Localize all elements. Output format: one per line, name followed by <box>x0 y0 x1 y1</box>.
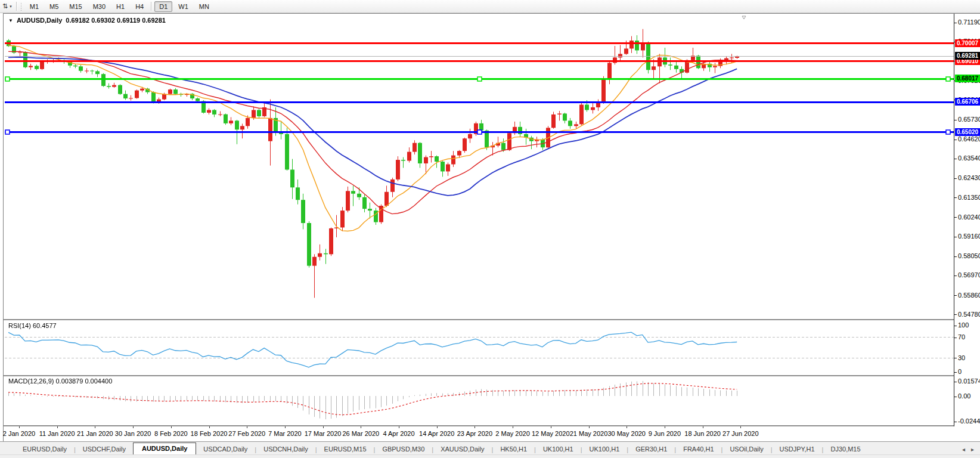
price-tick-mark <box>954 159 957 159</box>
date-label: 30 May 2020 <box>607 430 646 437</box>
toolbar-separator <box>151 2 152 11</box>
macd-label: MACD(12,26,9) 0.003879 0.004400 <box>8 377 112 385</box>
chart-tab-fra40-h1[interactable]: FRA40,H1 <box>676 444 721 455</box>
date-tick-mark <box>95 426 95 428</box>
chart-tab-usdjpy-h1[interactable]: USDJPY,H1 <box>773 444 822 455</box>
date-tick-mark <box>589 426 590 428</box>
price-tick-mark <box>954 237 957 237</box>
date-label: 21 Jan 2020 <box>77 430 113 437</box>
price-tick-label: 0.65730 <box>954 116 980 123</box>
price-tick-mark <box>954 197 957 198</box>
date-tick-mark <box>361 426 361 428</box>
date-label: 18 Jun 2020 <box>684 430 721 437</box>
indicator-axis-label: 0 <box>954 368 962 375</box>
tf-button-M30[interactable]: M30 <box>88 1 110 12</box>
tf-button-H4[interactable]: H4 <box>131 1 148 12</box>
chart-tab-audusd-daily[interactable]: AUDUSD,Daily <box>133 442 196 456</box>
chart-tab-dj30-m15[interactable]: DJ30,M15 <box>823 444 867 455</box>
chart-tab-usdchf-daily[interactable]: USDCHF,Daily <box>76 444 133 455</box>
chart-tab-uk100-h1[interactable]: UK100,H1 <box>582 444 627 455</box>
tf-button-M15[interactable]: M15 <box>64 1 86 12</box>
date-label: 11 Jan 2020 <box>39 430 75 437</box>
chart-tab-xauusd-daily[interactable]: XAUUSD,Daily <box>433 444 491 455</box>
current-price-box: 0.69281 <box>955 52 980 60</box>
date-label: 7 Mar 2020 <box>268 430 302 437</box>
price-tick-label: 0.55860 <box>954 292 980 299</box>
dropdown-caret-icon: ▾ <box>10 4 12 9</box>
price-tick-mark <box>954 178 957 179</box>
price-tick-label: 0.63540 <box>954 154 980 162</box>
price-tick-label: 0.62430 <box>954 174 980 181</box>
indicator-tick-mark <box>954 372 957 373</box>
indicator-axis-label: 70 <box>954 333 965 341</box>
title-caret-icon[interactable]: ▼ <box>8 18 13 23</box>
date-axis[interactable]: 2 Jan 202011 Jan 202021 Jan 202030 Jan 2… <box>4 426 980 442</box>
rsi-panel: RSI(14) 60.4577 <box>4 320 954 375</box>
price-tick-mark <box>954 295 957 296</box>
indicator-axis-label: 30 <box>954 354 965 361</box>
tab-scroll-nav: ◂▸ <box>956 446 980 455</box>
indicator-tick-mark <box>954 397 957 397</box>
tf-button-M1[interactable]: M1 <box>25 1 44 12</box>
chart-tab-eurusd-daily[interactable]: EURUSD,Daily <box>15 444 74 455</box>
macd-canvas[interactable] <box>5 376 954 425</box>
date-tick-mark <box>551 426 551 428</box>
indicator-tick-mark <box>954 382 957 382</box>
date-label: 26 Mar 2020 <box>342 430 379 437</box>
toolbar-separator <box>16 2 17 11</box>
price-tick-mark <box>954 140 957 140</box>
date-tick-mark <box>285 426 286 428</box>
tab-scroll-left-icon[interactable]: ◂ <box>962 446 965 453</box>
tf-button-D1[interactable]: D1 <box>154 1 172 12</box>
chart-mode-button[interactable]: ⇅ ▾ <box>0 1 14 11</box>
date-tick-mark <box>247 426 247 428</box>
rsi-canvas[interactable] <box>5 320 954 375</box>
chart-tab-usdcad-daily[interactable]: USDCAD,Daily <box>196 444 255 455</box>
chart-tab-hk50-h1[interactable]: HK50,H1 <box>493 444 534 455</box>
date-label: 21 May 2020 <box>570 430 608 437</box>
indicator-tick-mark <box>954 422 957 422</box>
indicator-tick-mark <box>954 326 957 326</box>
price-tick-label: 0.64620 <box>954 135 980 143</box>
chart-title: ▼ AUDUSD,Daily 0.69182 0.69302 0.69119 0… <box>8 17 166 24</box>
chart-tab-eurusd-m15[interactable]: EURUSD,M15 <box>317 444 374 455</box>
toolbar-grip-handle[interactable] <box>20 2 22 11</box>
top-toolbar: ⇅ ▾ M1M5M15M30H1H4D1W1MN <box>0 0 980 13</box>
price-axis[interactable]: 0.711900.701100.690300.679200.668400.657… <box>954 14 980 426</box>
chart-tab-usoil-daily[interactable]: USOil,Daily <box>722 444 770 455</box>
date-tick-mark <box>57 426 58 428</box>
chart-tab-uk100-h1[interactable]: UK100,H1 <box>536 444 581 455</box>
date-label: 2 May 2020 <box>495 430 529 437</box>
price-tick-label: 0.54780 <box>954 311 980 318</box>
price-tick-label: 0.58050 <box>954 252 980 259</box>
tab-scroll-right-icon[interactable]: ▸ <box>971 446 974 453</box>
main-chart-panel: ▼ AUDUSD,Daily 0.69182 0.69302 0.69119 0… <box>4 14 954 319</box>
chart-tab-bar: EURUSD,Daily|USDCHF,DailyAUDUSD,DailyUSD… <box>0 441 980 455</box>
date-tick-mark <box>437 426 438 428</box>
chart-tab-usdcnh-daily[interactable]: USDCNH,Daily <box>256 444 315 455</box>
price-tick-label: 0.60240 <box>954 213 980 221</box>
macd-panel: MACD(12,26,9) 0.003879 0.004400 <box>4 376 954 425</box>
chart-tab-ger30-h1[interactable]: GER30,H1 <box>628 444 674 455</box>
chart-tab-gbpusd-m30[interactable]: GBPUSD,M30 <box>375 444 432 455</box>
price-tick-mark <box>954 23 957 23</box>
date-tick-mark <box>513 426 513 428</box>
tf-button-H1[interactable]: H1 <box>111 1 129 12</box>
date-label: 14 Apr 2020 <box>419 430 454 437</box>
date-label: 18 Feb 2020 <box>191 430 228 437</box>
main-chart-canvas[interactable] <box>5 14 954 319</box>
date-label: 9 Jun 2020 <box>649 430 681 437</box>
indicator-axis-label: -0.024412 <box>954 417 980 425</box>
date-tick-mark <box>665 426 665 428</box>
date-tick-mark <box>19 426 20 428</box>
tf-button-M5[interactable]: M5 <box>45 1 63 12</box>
indicator-axis-label: 100 <box>954 321 969 329</box>
tf-button-MN[interactable]: MN <box>194 1 214 12</box>
date-tick-mark <box>627 426 627 428</box>
date-tick-mark <box>209 426 210 428</box>
date-tick-mark <box>703 426 703 428</box>
price-tick-mark <box>954 276 957 276</box>
tf-button-W1[interactable]: W1 <box>173 1 193 12</box>
chart-window: ▼ AUDUSD,Daily 0.69182 0.69302 0.69119 0… <box>3 13 980 442</box>
indicator-axis-label: 0.00 <box>954 392 970 400</box>
